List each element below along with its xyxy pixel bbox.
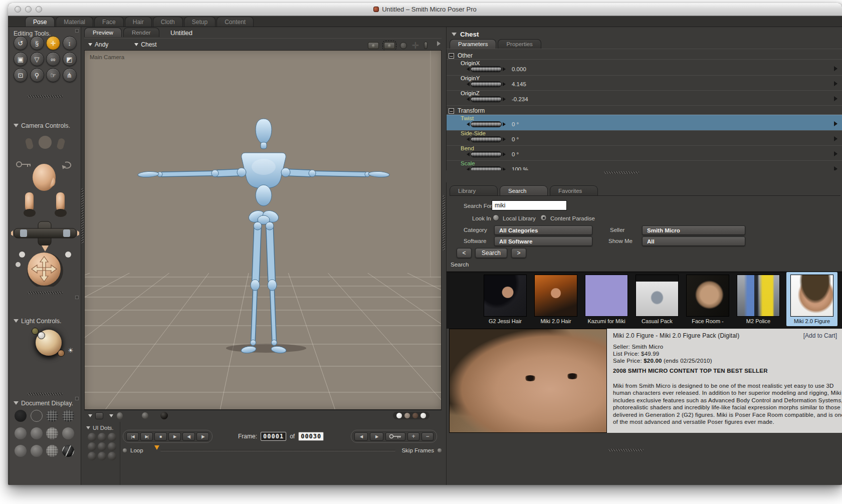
- ui-dots-title[interactable]: UI Dots.: [86, 424, 114, 431]
- dropdown-triangle-icon[interactable]: [88, 414, 92, 419]
- result-m2-police[interactable]: M2 Police: [736, 272, 781, 324]
- scale-capsule-icon[interactable]: [424, 42, 428, 49]
- depth-cue-box[interactable]: [95, 412, 103, 419]
- ui-dot[interactable]: [88, 442, 96, 451]
- add-keyframe-button[interactable]: +: [407, 432, 419, 441]
- collapse-box-icon[interactable]: –: [449, 53, 454, 59]
- shadow-sphere-icon[interactable]: [160, 412, 168, 419]
- dial-left-arrow-icon[interactable]: [465, 97, 470, 101]
- tab-properties[interactable]: Properties: [498, 39, 541, 49]
- 3d-viewport[interactable]: Main Camera: [84, 50, 442, 410]
- ui-dot[interactable]: [98, 433, 106, 441]
- param-menu-arrow[interactable]: [834, 96, 840, 101]
- morphing-tool-button[interactable]: ☞: [46, 68, 60, 82]
- light-2-dot[interactable]: [38, 332, 45, 339]
- tab-hair[interactable]: Hair: [125, 17, 152, 27]
- display-silhouette-button[interactable]: [15, 410, 27, 422]
- prev-keyframe-button[interactable]: ◀: [354, 432, 368, 441]
- ui-dot[interactable]: [108, 442, 116, 451]
- multi-sphere-icon[interactable]: [142, 412, 148, 419]
- display-hiddenline-button[interactable]: [62, 410, 74, 422]
- ui-dot[interactable]: [98, 442, 106, 451]
- camera-dot-2[interactable]: [404, 413, 410, 418]
- tab-content[interactable]: Content: [217, 17, 254, 27]
- result-g2-jessi-hair[interactable]: G2 Jessi Hair: [483, 272, 528, 324]
- tab-face[interactable]: Face: [94, 17, 124, 27]
- dial-knob[interactable]: [471, 136, 502, 142]
- taper-tool-button[interactable]: ▽: [30, 52, 44, 66]
- display-wireframe-button[interactable]: [46, 410, 58, 422]
- show-me-dropdown[interactable]: All: [642, 236, 745, 246]
- light-controls-title[interactable]: Light Controls.: [14, 317, 62, 325]
- tab-material[interactable]: Material: [56, 17, 93, 27]
- head-camera-control[interactable]: [33, 164, 56, 191]
- total-frames-field[interactable]: 00030: [298, 432, 324, 441]
- seller-dropdown[interactable]: Smith Micro: [642, 225, 745, 235]
- result-casual-pack[interactable]: Casual Pack: [635, 272, 680, 324]
- originz-dial[interactable]: -0.234: [465, 96, 528, 102]
- param-menu-arrow[interactable]: [834, 66, 840, 71]
- tab-preview[interactable]: Preview: [84, 28, 122, 37]
- panel-detach-icon[interactable]: [75, 397, 79, 400]
- brightness-sun-icon[interactable]: ☀: [68, 347, 74, 354]
- camera-flyaround-icon[interactable]: [368, 42, 379, 49]
- display-smoothlined-button[interactable]: [46, 445, 58, 457]
- zoom-window-button[interactable]: [36, 6, 42, 13]
- vertical-resize-handle[interactable]: [443, 195, 445, 250]
- tab-search[interactable]: Search: [500, 185, 548, 195]
- software-dropdown[interactable]: All Software: [494, 236, 592, 246]
- step-back-button[interactable]: ◀|: [182, 432, 195, 441]
- dial-right-arrow-icon[interactable]: [503, 67, 508, 71]
- display-flatlined-button[interactable]: [46, 427, 58, 439]
- skip-frames-dot[interactable]: [438, 448, 442, 452]
- tab-cloth[interactable]: Cloth: [153, 17, 183, 27]
- dial-right-arrow-icon[interactable]: [503, 97, 508, 101]
- horizontal-scroll-handle[interactable]: [608, 449, 644, 451]
- face-camera-icon[interactable]: [39, 136, 52, 149]
- first-frame-button[interactable]: |◀: [126, 432, 139, 441]
- last-frame-button[interactable]: ▶|: [140, 432, 153, 441]
- close-window-button[interactable]: [15, 6, 21, 13]
- light-3-dot[interactable]: [58, 350, 65, 357]
- param-menu-arrow[interactable]: [834, 166, 840, 170]
- prev-page-button[interactable]: <: [457, 248, 472, 258]
- search-button[interactable]: Search: [475, 248, 507, 258]
- grouping-tool-button[interactable]: ⊡: [14, 68, 28, 82]
- tab-pose[interactable]: Pose: [25, 17, 55, 27]
- camera-dot-3[interactable]: [412, 413, 418, 418]
- direct-manipulation-tool-button[interactable]: ⋔: [63, 68, 77, 82]
- camera-dot-4[interactable]: [420, 413, 426, 418]
- param-menu-arrow[interactable]: [834, 136, 840, 141]
- display-litwireframe-button[interactable]: [15, 427, 27, 439]
- dial-right-arrow-icon[interactable]: [503, 167, 508, 170]
- display-textureshaded-button[interactable]: [62, 445, 74, 457]
- originx-dial[interactable]: 0.000: [465, 66, 526, 72]
- tab-setup[interactable]: Setup: [184, 17, 216, 27]
- dial-left-arrow-icon[interactable]: [465, 167, 470, 170]
- sideside-dial[interactable]: 0 °: [465, 136, 519, 142]
- result-face-room[interactable]: Face Room -: [685, 272, 730, 324]
- dial-knob[interactable]: [471, 166, 502, 170]
- dial-knob[interactable]: [471, 151, 502, 157]
- group-transform[interactable]: – Transform: [449, 107, 485, 114]
- stop-button[interactable]: ■: [154, 432, 167, 441]
- category-dropdown[interactable]: All Categories: [494, 225, 592, 235]
- display-smoothshaded-button[interactable]: [31, 445, 43, 457]
- display-cartoon-button[interactable]: [62, 427, 74, 439]
- local-library-radio[interactable]: [493, 214, 499, 221]
- right-hand-camera-icon[interactable]: [56, 138, 65, 150]
- scale-dial[interactable]: 100 %: [465, 166, 528, 170]
- current-frame-field[interactable]: 00001: [261, 432, 286, 441]
- dial-knob[interactable]: [471, 96, 502, 102]
- vertical-resize-handle[interactable]: [81, 188, 84, 243]
- translate-inout-tool-button[interactable]: ↕: [63, 36, 77, 50]
- document-display-title[interactable]: Document Display.: [14, 399, 73, 407]
- ui-dot[interactable]: [88, 452, 96, 460]
- display-outline-button[interactable]: [31, 410, 43, 422]
- view-magnifier-tool-button[interactable]: ⚲: [30, 68, 44, 82]
- timeline-position-marker[interactable]: [154, 445, 159, 452]
- camera-controls-graphic[interactable]: [11, 131, 79, 287]
- display-cartoonline-button[interactable]: [15, 445, 27, 457]
- translate-tool-button[interactable]: ✛: [46, 36, 60, 50]
- chain-break-tool-button[interactable]: ∞: [46, 52, 60, 66]
